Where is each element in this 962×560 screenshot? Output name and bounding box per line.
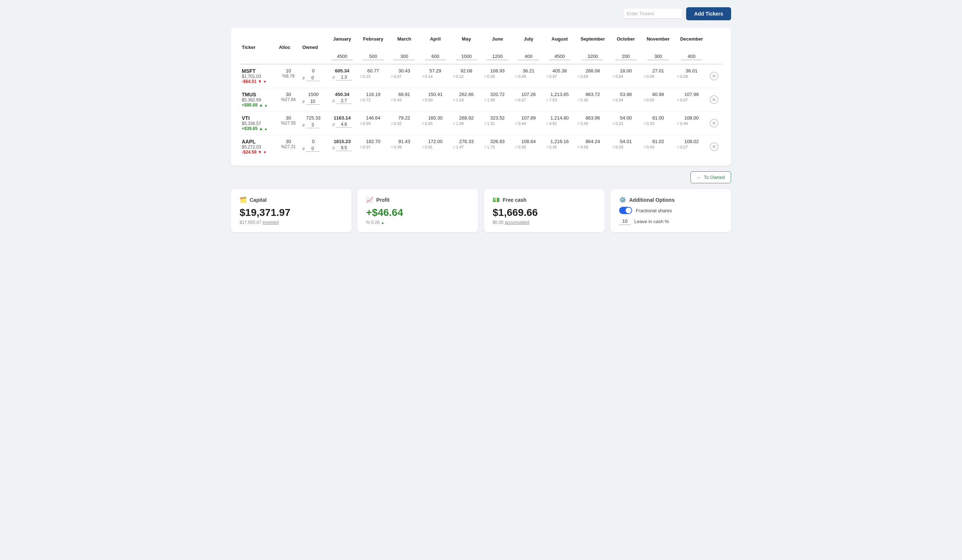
- col-december: December: [675, 35, 708, 43]
- hash-symbol: #: [391, 98, 393, 102]
- hash-symbol: #: [578, 98, 579, 102]
- month-sub: # 0.91: [422, 145, 449, 149]
- month-main: 30.43: [391, 68, 418, 74]
- budget-sep-input[interactable]: 3200: [582, 53, 603, 60]
- remove-button[interactable]: ✕: [710, 119, 718, 127]
- budget-apr-input[interactable]: 600: [425, 53, 446, 60]
- toggle-knob: [626, 208, 631, 213]
- budget-dec-input[interactable]: 400: [681, 53, 702, 60]
- ticker-value: $5,392.69: [242, 97, 274, 103]
- budget-ticker-cell: [240, 51, 276, 64]
- capital-invested-link[interactable]: invested: [262, 220, 279, 225]
- owned-input[interactable]: [306, 98, 320, 105]
- month-cell-1: 79.22 # 0.32: [389, 111, 420, 135]
- budget-jul-input[interactable]: 400: [518, 53, 539, 60]
- month-sub: # 0.44: [515, 121, 542, 126]
- col-owned: [300, 35, 327, 43]
- jan-main: 450.34: [329, 92, 355, 97]
- free-cash-accumulated-link[interactable]: accumulated: [505, 220, 529, 225]
- label-oct-budget: [610, 43, 642, 51]
- table-row: TMUS $5,392.69 +$95.88 ▲ 30 %27.84 1500 …: [240, 88, 722, 111]
- col-ticker: [240, 35, 276, 43]
- owned-value: 1500: [302, 92, 324, 97]
- month-cell-8: 53.98 # 0.34: [610, 88, 642, 111]
- ticker-input[interactable]: [624, 9, 682, 19]
- ticker-cell-VTI: VTI $5,336.57 +$39.85 ▲: [240, 111, 276, 135]
- col-august: August: [544, 35, 575, 43]
- month-sub: # 0.57: [677, 145, 706, 149]
- remove-button[interactable]: ✕: [710, 72, 718, 80]
- month-sub-value: 5.36: [580, 98, 588, 102]
- hash-symbol: #: [578, 74, 579, 79]
- month-sub: # 0.04: [613, 74, 639, 79]
- month-cell-1: 68.91 # 0.43: [389, 88, 420, 111]
- budget-jan-input[interactable]: 4500: [332, 53, 353, 60]
- owned-input-wrap: #: [302, 122, 324, 128]
- month-header-row: January February March April May June Ju…: [240, 35, 722, 43]
- jan-main: 1815.23: [329, 139, 355, 144]
- month-cell-9: 81.02 # 0.43: [641, 135, 675, 159]
- month-sub: # 0.65: [422, 121, 449, 126]
- budget-aug-input[interactable]: 4500: [549, 53, 570, 60]
- budget-may-input[interactable]: 1000: [456, 53, 477, 60]
- fractional-shares-toggle[interactable]: [619, 207, 632, 214]
- month-main: 1,213.65: [546, 92, 573, 97]
- owned-input[interactable]: [306, 75, 320, 81]
- month-sub-value: 1.63: [456, 98, 463, 102]
- jan-input-wrap: #: [329, 98, 355, 104]
- main-table-card: January February March April May June Ju…: [231, 27, 731, 166]
- month-sub: # 0.67: [677, 98, 706, 102]
- capital-sub-value: $17,655.67 invested: [240, 220, 343, 225]
- month-sub: # 0.26: [484, 74, 511, 79]
- month-cell-2: 172.00 # 0.91: [420, 135, 451, 159]
- month-sub-value: 0.44: [518, 121, 526, 126]
- jan-input[interactable]: [336, 121, 352, 127]
- hash-symbol: #: [302, 146, 305, 151]
- month-main: 81.00: [643, 115, 673, 121]
- leave-cash-input[interactable]: [619, 218, 631, 225]
- month-cell-6: 1,216.16 # 6.45: [544, 135, 575, 159]
- fractional-shares-label: Fractional shares: [636, 208, 672, 213]
- remove-button[interactable]: ✕: [710, 142, 718, 151]
- ticker-name: MSFT: [242, 68, 274, 74]
- month-cell-4: 326.83 # 1.73: [482, 135, 513, 159]
- column-labels-row: Ticker Alloc Owned: [240, 43, 722, 51]
- to-owned-button[interactable]: ← To Owned: [691, 171, 731, 183]
- month-sub: # 0.22: [613, 121, 639, 126]
- budget-jun-cell: 1200: [482, 51, 513, 64]
- month-cell-8: 54.00 # 0.22: [610, 111, 642, 135]
- month-sub-value: 0.67: [518, 98, 526, 102]
- month-sub: # 5.36: [578, 98, 608, 102]
- hash-symbol: #: [422, 145, 424, 149]
- capital-card-header: 🗂️ Capital: [240, 196, 343, 203]
- month-sub: # 0.97: [360, 145, 387, 149]
- jan-main: 1163.14: [329, 115, 355, 121]
- month-cell-5: 108.64 # 0.58: [513, 135, 544, 159]
- profit-icon: 📈: [366, 196, 373, 203]
- jan-input[interactable]: [336, 145, 352, 151]
- month-cell-8: 54.01 # 0.29: [610, 135, 642, 159]
- month-sub-value: 0.65: [425, 121, 433, 126]
- month-sub: # 0.09: [515, 74, 542, 79]
- budget-feb-input[interactable]: 500: [363, 53, 384, 60]
- hash-symbol: #: [422, 98, 424, 102]
- remove-button[interactable]: ✕: [710, 95, 718, 104]
- add-tickers-button[interactable]: Add Tickers: [686, 7, 731, 20]
- month-cell-4: 320.72 # 1.99: [482, 88, 513, 111]
- capital-invested-amount: $17,655.67: [240, 220, 261, 225]
- budget-oct-input[interactable]: 200: [615, 53, 636, 60]
- budget-mar-input[interactable]: 300: [394, 53, 415, 60]
- jan-input[interactable]: [336, 98, 352, 104]
- jan-input[interactable]: [336, 74, 352, 80]
- month-sub-value: 0.29: [615, 145, 623, 149]
- alloc-number: 30: [279, 92, 298, 97]
- col-july: July: [513, 35, 544, 43]
- owned-input[interactable]: [306, 122, 320, 128]
- month-main: 36.21: [515, 68, 542, 74]
- budget-jun-input[interactable]: 1200: [487, 53, 508, 60]
- jan-cell: 1815.23 #: [327, 135, 358, 159]
- budget-nov-input[interactable]: 300: [648, 53, 669, 60]
- alloc-cell: 30 %27.84: [276, 88, 300, 111]
- month-sub-value: 0.34: [615, 98, 623, 102]
- owned-input[interactable]: [306, 146, 320, 152]
